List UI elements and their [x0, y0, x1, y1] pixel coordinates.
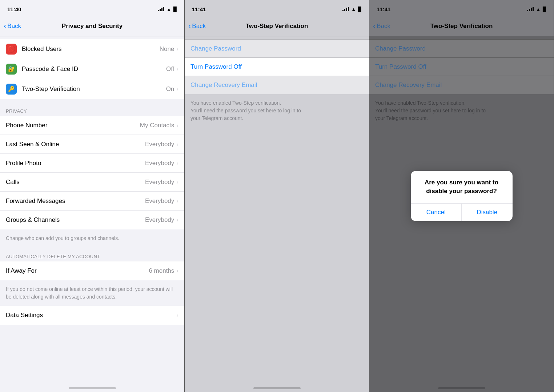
status-icons-1: ▲ ▉ — [158, 7, 177, 12]
groups-chevron: › — [176, 216, 178, 224]
dialog-overlay: Are you sure you want to disable your pa… — [369, 0, 554, 392]
nav-bar-2: ‹ Back Two-Step Verification — [185, 16, 369, 36]
forwarded-item[interactable]: Forwarded Messages Everybody › — [0, 192, 184, 211]
top-list-1: 🚫 Blocked Users None › 🔐 Passcode & Face… — [0, 39, 184, 99]
change-recovery-item-2[interactable]: Change Recovery Email — [185, 76, 369, 94]
profile-photo-item[interactable]: Profile Photo Everybody › — [0, 154, 184, 173]
phone-number-chevron: › — [176, 122, 178, 129]
profile-photo-value: Everybody — [145, 160, 174, 167]
status-icons-2: ▲ ▉ — [342, 7, 362, 12]
data-settings-item[interactable]: Data Settings › — [0, 306, 184, 325]
calls-item[interactable]: Calls Everybody › — [0, 173, 184, 192]
wifi-icon-1: ▲ — [166, 7, 171, 12]
away-for-chevron: › — [176, 267, 178, 275]
home-bar-2 — [253, 387, 301, 389]
phone-2: 11:41 ▲ ▉ ‹ Back Two-Step Verification C… — [185, 0, 369, 392]
phone-number-label: Phone Number — [6, 122, 140, 129]
privacy-section-label: PRIVACY — [0, 102, 184, 116]
blocked-users-label: Blocked Users — [22, 45, 160, 53]
blocked-icon: 🚫 — [6, 44, 17, 55]
back-button-2[interactable]: ‹ Back — [188, 22, 206, 30]
home-bar-1 — [69, 387, 116, 389]
last-seen-item[interactable]: Last Seen & Online Everybody › — [0, 135, 184, 154]
battery-icon-1: ▉ — [173, 7, 177, 12]
passcode-label: Passcode & Face ID — [22, 65, 166, 73]
phone-1: 11:40 ▲ ▉ ‹ Back Privacy and Security 🚫 … — [0, 0, 185, 392]
passcode-value: Off — [166, 65, 174, 73]
privacy-list: Phone Number My Contacts › Last Seen & O… — [0, 116, 184, 229]
data-settings-chevron: › — [176, 312, 178, 319]
content-2: Change Password Turn Password Off Change… — [185, 36, 369, 380]
two-step-label: Two-Step Verification — [22, 85, 166, 93]
two-step-value: On — [166, 85, 174, 93]
phone-3: 11:41 ▲ ▉ ‹ Back Two-Step Verification C… — [369, 0, 554, 392]
data-settings-list: Data Settings › — [0, 306, 184, 325]
groups-value: Everybody — [145, 216, 174, 224]
change-password-item-2[interactable]: Change Password — [185, 40, 369, 58]
dialog-cancel-button[interactable]: Cancel — [411, 204, 462, 221]
back-chevron-2: ‹ — [188, 22, 191, 30]
passcode-chevron: › — [176, 65, 178, 73]
auto-delete-list: If Away For 6 months › — [0, 261, 184, 280]
dialog-disable-button[interactable]: Disable — [462, 204, 513, 221]
blocked-users-value: None — [160, 45, 174, 53]
auto-delete-section-label: AUTOMATICALLY DELETE MY ACCOUNT — [0, 247, 184, 261]
signal-icon-2 — [342, 7, 349, 11]
status-bar-1: 11:40 ▲ ▉ — [0, 0, 184, 16]
nav-bar-1: ‹ Back Privacy and Security — [0, 16, 184, 36]
dialog-buttons: Cancel Disable — [411, 203, 513, 221]
calls-chevron: › — [176, 179, 178, 186]
two-step-item[interactable]: 🔑 Two-Step Verification On › — [0, 79, 184, 99]
last-seen-value: Everybody — [145, 141, 174, 148]
home-indicator-1 — [0, 380, 184, 392]
back-label-1: Back — [7, 23, 21, 30]
data-settings-label: Data Settings — [6, 312, 176, 319]
forwarded-label: Forwarded Messages — [6, 197, 145, 205]
wifi-icon-2: ▲ — [351, 7, 356, 12]
back-chevron-1: ‹ — [4, 22, 6, 30]
disable-password-dialog: Are you sure you want to disable your pa… — [411, 171, 513, 221]
turn-password-off-item-2[interactable]: Turn Password Off — [185, 58, 369, 76]
status-time-2: 11:41 — [192, 6, 206, 12]
battery-icon-2: ▉ — [358, 7, 362, 12]
away-for-value: 6 months — [149, 267, 174, 275]
forwarded-value: Everybody — [145, 197, 174, 205]
nav-title-2: Two-Step Verification — [246, 23, 308, 30]
phone-number-item[interactable]: Phone Number My Contacts › — [0, 116, 184, 135]
dialog-title: Are you sure you want to disable your pa… — [411, 171, 513, 198]
passcode-icon: 🔐 — [6, 64, 17, 75]
back-label-2: Back — [192, 23, 206, 30]
last-seen-label: Last Seen & Online — [6, 141, 145, 148]
profile-photo-chevron: › — [176, 160, 178, 167]
status-time-1: 11:40 — [7, 6, 21, 12]
blocked-users-item[interactable]: 🚫 Blocked Users None › — [0, 39, 184, 59]
back-button-1[interactable]: ‹ Back — [4, 22, 21, 30]
passcode-item[interactable]: 🔐 Passcode & Face ID Off › — [0, 59, 184, 79]
status-bar-2: 11:41 ▲ ▉ — [185, 0, 369, 16]
signal-icon-1 — [158, 7, 164, 11]
two-step-chevron: › — [176, 85, 178, 93]
two-step-list-2: Change Password Turn Password Off Change… — [185, 39, 369, 94]
calls-label: Calls — [6, 179, 145, 186]
last-seen-chevron: › — [176, 141, 178, 148]
calls-value: Everybody — [145, 179, 174, 186]
change-password-label-2: Change Password — [190, 45, 241, 52]
auto-delete-footer: If you do not come online at least once … — [0, 280, 184, 306]
two-step-description-2: You have enabled Two-Step verification.Y… — [185, 94, 369, 127]
two-step-icon: 🔑 — [6, 84, 17, 95]
profile-photo-label: Profile Photo — [6, 160, 145, 167]
away-for-item[interactable]: If Away For 6 months › — [0, 261, 184, 280]
blocked-chevron: › — [176, 45, 178, 53]
groups-item[interactable]: Groups & Channels Everybody › — [0, 211, 184, 229]
away-for-label: If Away For — [6, 267, 149, 275]
turn-password-off-label-2: Turn Password Off — [190, 63, 242, 71]
home-indicator-2 — [185, 380, 369, 392]
nav-title-1: Privacy and Security — [62, 23, 123, 30]
forwarded-chevron: › — [176, 197, 178, 205]
groups-label: Groups & Channels — [6, 216, 145, 224]
privacy-footer: Change who can add you to groups and cha… — [0, 229, 184, 247]
content-1: 🚫 Blocked Users None › 🔐 Passcode & Face… — [0, 36, 184, 380]
phone-number-value: My Contacts — [140, 122, 174, 129]
change-recovery-label-2: Change Recovery Email — [190, 81, 257, 89]
